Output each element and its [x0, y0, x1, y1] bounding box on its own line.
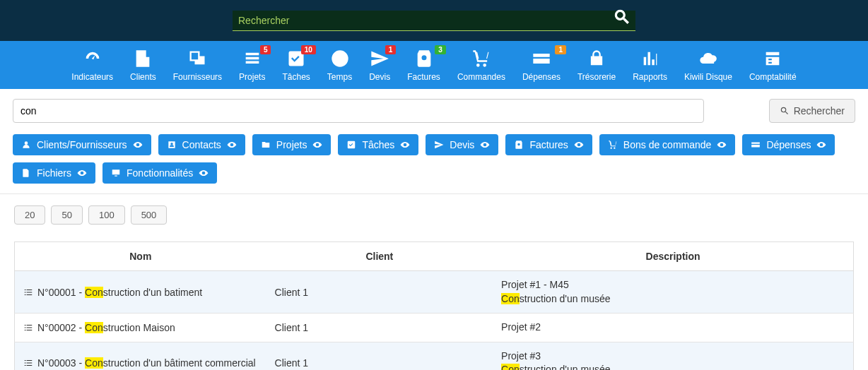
nav-badge: 5 — [260, 45, 271, 54]
table-row[interactable]: N°00001 - Construction d'un batimentClie… — [15, 271, 854, 314]
filter-label: Contacts — [182, 139, 221, 150]
nav-label: Comptabilité — [749, 72, 797, 82]
pagesize-500[interactable]: 500 — [131, 205, 168, 225]
filter-tâches[interactable]: Tâches — [338, 134, 418, 155]
eye-icon — [227, 140, 237, 150]
page-search-row: Rechercher — [0, 89, 868, 131]
divider — [0, 193, 868, 194]
filter-clients-fournisseurs[interactable]: Clients/Fournisseurs — [13, 134, 151, 155]
folder-icon — [261, 140, 271, 150]
filter-label: Fonctionnalités — [127, 167, 193, 179]
eye-icon — [199, 168, 209, 178]
contact-icon — [167, 140, 177, 150]
filter-bons-de-commande[interactable]: Bons de commande — [599, 134, 736, 155]
cart-icon — [608, 140, 618, 150]
nav-label: Dépenses — [522, 72, 561, 82]
page-search-input[interactable] — [13, 99, 704, 123]
filter-contacts[interactable]: Contacts — [158, 134, 245, 155]
nav-badge: 1 — [385, 45, 397, 54]
results-table: Nom Client Description N°00001 - Constru… — [14, 241, 854, 370]
nav-label: Commandes — [457, 72, 505, 82]
cart-icon — [457, 48, 505, 69]
nav-item-comptabilité[interactable]: Comptabilité — [749, 48, 797, 82]
filter-fonctionnalités[interactable]: Fonctionnalités — [102, 162, 217, 184]
list-icon — [23, 287, 33, 297]
nav-item-trésorerie[interactable]: Trésorerie — [577, 48, 616, 82]
table-row[interactable]: N°00003 - Construction d'un bâtiment com… — [15, 342, 854, 370]
filter-devis[interactable]: Devis — [426, 134, 498, 155]
nav-item-fournisseurs[interactable]: Fournisseurs — [173, 48, 222, 82]
users-icon — [21, 140, 31, 150]
nav-label: Trésorerie — [577, 72, 616, 82]
filter-label: Tâches — [362, 139, 394, 150]
eye-icon — [400, 140, 410, 150]
col-client: Client — [266, 242, 493, 271]
nav-badge: 3 — [435, 45, 446, 54]
cell-nom: N°00001 - Construction d'un batiment — [15, 271, 266, 314]
page-size-row: 2050100500 — [0, 196, 868, 234]
nav-item-tâches[interactable]: Tâches10 — [282, 48, 310, 82]
filter-label: Bons de commande — [623, 139, 712, 150]
table-row[interactable]: N°00002 - Construction MaisonClient 1Pro… — [15, 314, 854, 342]
row-nom: N°00001 - Construction d'un batiment — [37, 287, 202, 298]
nav-item-indicateurs[interactable]: Indicateurs — [71, 48, 113, 82]
pagesize-20[interactable]: 20 — [14, 205, 45, 225]
filter-row: Clients/FournisseursContactsProjetsTâche… — [0, 131, 868, 193]
filter-factures[interactable]: Factures — [505, 134, 592, 155]
nav-item-factures[interactable]: Factures3 — [407, 48, 440, 82]
cell-description: Projet #3Construction d'un musée — [493, 342, 853, 370]
nav-item-kiwili-disque[interactable]: Kiwili Disque — [684, 48, 732, 82]
search-button-label: Rechercher — [794, 105, 845, 117]
cell-client: Client 1 — [266, 314, 493, 342]
eye-icon — [77, 168, 87, 178]
filter-fichiers[interactable]: Fichiers — [13, 162, 95, 184]
list-icon — [23, 323, 33, 333]
acc-icon — [749, 48, 797, 69]
col-description: Description — [493, 242, 853, 271]
search-button[interactable]: Rechercher — [769, 99, 855, 123]
nav-label: Fournisseurs — [173, 72, 222, 82]
cell-client: Client 1 — [266, 271, 493, 314]
nav-item-dépenses[interactable]: Dépenses1 — [522, 48, 561, 82]
eye-icon — [133, 140, 143, 150]
nav-item-projets[interactable]: Projets5 — [239, 48, 265, 82]
eye-icon — [574, 140, 584, 150]
filter-label: Devis — [450, 139, 474, 150]
cloud-icon — [684, 48, 732, 69]
tasks-icon — [346, 140, 356, 150]
nav-label: Indicateurs — [71, 72, 113, 82]
global-search-input[interactable] — [233, 11, 635, 31]
time-icon — [327, 48, 352, 69]
eye-icon — [312, 140, 322, 150]
send-icon — [434, 140, 444, 150]
filter-label: Factures — [529, 139, 568, 150]
monitor-icon — [111, 168, 121, 178]
eye-icon — [816, 140, 826, 150]
search-icon — [780, 106, 790, 116]
reports-icon — [633, 48, 667, 69]
global-search-wrap — [233, 11, 635, 31]
eye-icon — [480, 140, 490, 150]
main-nav: IndicateursClientsFournisseursProjets5Tâ… — [0, 41, 868, 89]
cell-nom: N°00002 - Construction Maison — [15, 314, 266, 342]
nav-label: Projets — [239, 72, 265, 82]
row-nom: N°00002 - Construction Maison — [37, 322, 175, 333]
col-nom: Nom — [15, 242, 266, 271]
nav-item-devis[interactable]: Devis1 — [369, 48, 390, 82]
row-desc-line1: Projet #1 - M45 — [501, 278, 845, 292]
nav-badge: 10 — [301, 45, 316, 54]
table-header-row: Nom Client Description — [15, 242, 854, 271]
search-icon[interactable] — [613, 8, 631, 28]
row-desc-line1: Projet #3 — [501, 350, 845, 364]
row-desc-line2: Construction d'un musée — [501, 363, 845, 370]
pagesize-100[interactable]: 100 — [88, 205, 125, 225]
filter-dépenses[interactable]: Dépenses — [742, 134, 835, 155]
nav-item-temps[interactable]: Temps — [327, 48, 352, 82]
nav-item-commandes[interactable]: Commandes — [457, 48, 505, 82]
cell-description: Projet #2 — [493, 314, 853, 342]
filter-projets[interactable]: Projets — [252, 134, 332, 155]
nav-item-clients[interactable]: Clients — [130, 48, 156, 82]
nav-label: Temps — [327, 72, 352, 82]
nav-item-rapports[interactable]: Rapports — [633, 48, 667, 82]
pagesize-50[interactable]: 50 — [51, 205, 82, 225]
